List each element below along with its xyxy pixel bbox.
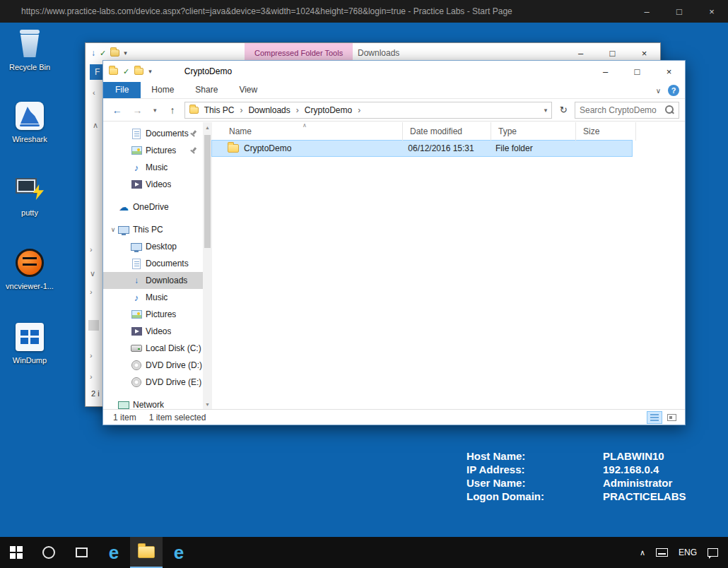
tree-chevron-icon[interactable]: › [90, 245, 93, 254]
tab-view[interactable]: View [228, 82, 268, 98]
logon-domain-label: Logon Domain: [466, 490, 603, 503]
nav-item-videos[interactable]: Videos [103, 323, 203, 340]
back-chevron-icon[interactable]: ‹ [93, 88, 95, 97]
file-explorer-taskbar-button[interactable] [130, 537, 163, 568]
desktop-icon-wireshark[interactable]: Wireshark [0, 99, 59, 143]
desktop-icon-windump[interactable]: WinDump [0, 320, 59, 365]
scroll-up-icon[interactable]: ∧ [93, 121, 98, 130]
minimize-button[interactable]: – [589, 61, 621, 81]
forward-button[interactable]: → [129, 102, 146, 119]
search-input[interactable] [580, 105, 665, 115]
folder-icon[interactable] [110, 49, 119, 57]
new-folder-icon[interactable] [134, 68, 143, 75]
breadcrumb-separator-icon[interactable]: › [296, 105, 299, 115]
expand-chevron-icon[interactable]: ∨ [109, 226, 117, 233]
sort-ascending-icon: ∧ [303, 122, 307, 129]
nav-item-documents[interactable]: Documents [103, 255, 203, 272]
check-icon[interactable]: ✓ [123, 67, 129, 76]
nav-item-local-disk-c[interactable]: Local Disk (C:) [103, 340, 203, 357]
search-icon[interactable] [665, 105, 674, 114]
browser-minimize-button[interactable]: – [630, 0, 663, 23]
details-view-button[interactable] [647, 411, 662, 424]
browser-maximize-button[interactable]: □ [663, 0, 695, 23]
nav-item-downloads[interactable]: ↓ Downloads [103, 272, 203, 289]
scrollbar-thumb[interactable] [204, 135, 211, 248]
desktop-icon-putty[interactable]: putty [0, 172, 59, 217]
scrollbar-thumb[interactable] [88, 320, 99, 331]
breadcrumb-separator-icon[interactable]: › [240, 105, 242, 115]
edge-taskbar-button-2[interactable]: e [163, 537, 195, 568]
cryptodemo-window: ✓ ▾ CryptoDemo – □ × File Home Share Vie… [102, 60, 686, 425]
tree-chevron-icon[interactable]: › [90, 372, 93, 381]
address-folder-icon [189, 107, 199, 114]
tab-file[interactable]: File [103, 82, 141, 98]
document-icon [132, 129, 141, 139]
breadcrumb-this-pc[interactable]: This PC [201, 105, 237, 115]
language-indicator[interactable]: ENG [679, 548, 697, 557]
start-button[interactable] [0, 537, 33, 568]
breadcrumb-cryptodemo[interactable]: CryptoDemo [302, 105, 355, 115]
nav-item-network[interactable]: Network [103, 396, 203, 409]
column-headers: ∧ Name Date modified Type Size [212, 122, 685, 141]
tree-chevron-icon[interactable]: › [90, 351, 93, 360]
desktop-icon-recycle-bin[interactable]: Recycle Bin [0, 27, 59, 71]
nav-scrollbar[interactable]: ▲ ▼ [203, 122, 212, 409]
downloads-window-icon: ↓ [91, 48, 95, 58]
search-box [575, 102, 679, 119]
qat-customize-caret-icon[interactable]: ▾ [124, 49, 127, 57]
address-box[interactable]: This PC › Downloads › CryptoDemo › ▾ [184, 102, 553, 119]
close-button[interactable]: × [653, 61, 685, 81]
large-icons-view-button[interactable] [664, 411, 679, 424]
tree-chevron-icon[interactable]: › [90, 288, 93, 296]
file-row-cryptodemo[interactable]: CryptoDemo 06/12/2016 15:31 File folder [212, 141, 632, 156]
expand-ribbon-icon[interactable]: ∨ [656, 87, 661, 95]
quick-access-toolbar: ✓ ▾ [103, 67, 152, 76]
nav-item-dvd-drive-e[interactable]: DVD Drive (E:) 20 [103, 374, 203, 391]
nav-item-music[interactable]: ♪ Music [103, 289, 203, 306]
cortana-circle-icon [42, 546, 55, 559]
column-header-size[interactable]: Size [576, 122, 636, 141]
ip-address-value: 192.168.0.4 [603, 463, 659, 476]
nav-item-documents-qa[interactable]: Documents [103, 125, 203, 142]
file-list: ∧ Name Date modified Type Size CryptoDem… [212, 122, 685, 409]
breadcrumb-downloads[interactable]: Downloads [245, 105, 293, 115]
touch-keyboard-icon[interactable] [656, 548, 668, 557]
nav-item-this-pc[interactable]: ∨ This PC [103, 221, 203, 238]
browser-close-button[interactable]: × [695, 0, 728, 23]
breadcrumb-separator-icon[interactable]: › [358, 105, 360, 115]
task-view-button[interactable] [65, 537, 98, 568]
recent-locations-caret-icon[interactable]: ▾ [149, 102, 160, 119]
column-header-date-modified[interactable]: Date modified [403, 122, 491, 141]
refresh-button[interactable]: ↻ [556, 102, 571, 119]
qat-customize-caret-icon[interactable]: ▾ [148, 68, 152, 75]
nav-item-music-qa[interactable]: ♪ Music [103, 159, 203, 176]
music-icon: ♪ [134, 162, 139, 173]
up-button[interactable]: ↑ [164, 102, 181, 119]
cryptodemo-titlebar[interactable]: ✓ ▾ CryptoDemo – □ × [103, 61, 685, 82]
scrollbar-down-icon[interactable]: ▼ [203, 399, 212, 409]
cortana-search-button[interactable] [33, 537, 65, 568]
nav-item-onedrive[interactable]: ☁ OneDrive [103, 199, 203, 215]
nav-item-desktop[interactable]: Desktop [103, 238, 203, 255]
scrollbar-up-icon[interactable]: ▲ [203, 122, 212, 132]
column-header-type[interactable]: Type [491, 122, 576, 141]
notifications-icon[interactable] [708, 548, 718, 557]
desktop-icon-vncviewer[interactable]: vncviewer-1... [0, 246, 59, 290]
show-hidden-icons-chevron[interactable]: ∧ [640, 548, 645, 557]
nav-item-pictures-qa[interactable]: Pictures [103, 142, 203, 159]
nav-item-dvd-drive-d[interactable]: DVD Drive (D:) 2( [103, 357, 203, 374]
nav-item-pictures[interactable]: Pictures [103, 306, 203, 323]
tree-chevron-icon[interactable]: ∨ [90, 269, 95, 278]
nav-item-videos-qa[interactable]: Videos [103, 176, 203, 193]
tab-share[interactable]: Share [184, 82, 228, 98]
column-header-name[interactable]: ∧ Name [212, 122, 403, 141]
tab-home[interactable]: Home [141, 82, 184, 98]
back-button[interactable]: ← [109, 102, 126, 119]
edge-icon-2: e [174, 543, 184, 562]
edge-taskbar-button[interactable]: e [98, 537, 130, 568]
help-icon[interactable]: ? [668, 85, 679, 96]
check-icon[interactable]: ✓ [100, 49, 106, 58]
user-name-value: Administrator [603, 476, 672, 490]
maximize-button[interactable]: □ [621, 61, 653, 81]
address-history-caret-icon[interactable]: ▾ [544, 107, 548, 114]
